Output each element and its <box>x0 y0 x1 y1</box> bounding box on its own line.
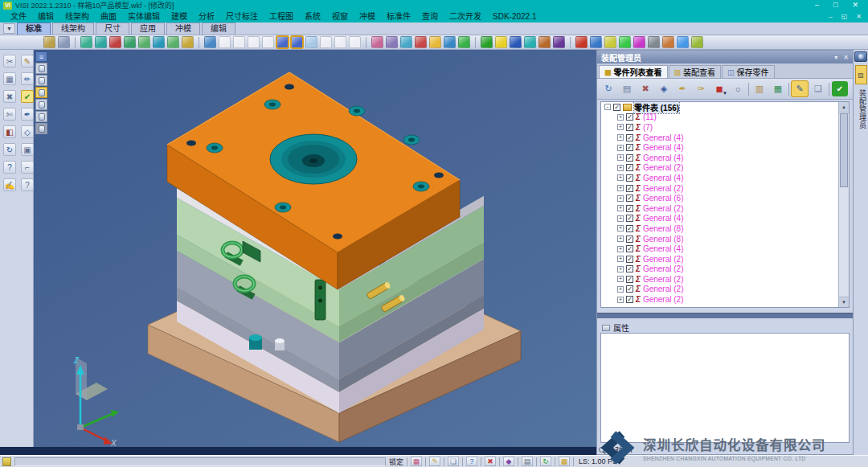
expand-icon[interactable]: + <box>617 154 624 161</box>
menu-item-3[interactable]: 曲面 <box>95 10 122 23</box>
checkbox[interactable]: ✓ <box>626 215 633 222</box>
key-search2-icon[interactable]: ✑ <box>693 81 709 96</box>
toolbar-icon-1[interactable] <box>58 36 70 48</box>
maximize-button[interactable]: □ <box>833 0 837 10</box>
menu-item-8[interactable]: 工程图 <box>264 10 299 23</box>
checkbox[interactable]: ✓ <box>626 276 633 283</box>
sheet-icon[interactable]: ❏ <box>448 457 459 466</box>
scroll-up-arrow[interactable]: ▲ <box>839 102 849 113</box>
toolbar-icon-22[interactable] <box>349 36 361 48</box>
tree-item-17[interactable]: +✓ΣGeneral (2) <box>601 285 849 295</box>
checkbox[interactable]: ✓ <box>613 104 620 111</box>
tree-item-16[interactable]: +✓ΣGeneral (2) <box>601 274 849 285</box>
menu-item-15[interactable]: SDK-2022.1 <box>487 10 542 23</box>
toolbar-icon-47[interactable] <box>691 36 703 48</box>
menu-item-14[interactable]: 二次开发 <box>444 10 487 23</box>
tree-item-0[interactable]: +✓Σ(11) <box>601 113 849 123</box>
expand-icon[interactable]: + <box>617 286 624 293</box>
toolbar-icon-18[interactable] <box>291 36 303 48</box>
table-icon[interactable]: ▦ <box>770 81 786 96</box>
film-icon[interactable]: ▤ <box>522 457 533 466</box>
toolbar-icon-37[interactable] <box>553 36 565 48</box>
toolbar-icon-6[interactable] <box>124 36 136 48</box>
toolbar-icon-43[interactable] <box>633 36 645 48</box>
tree-item-5[interactable]: +✓ΣGeneral (2) <box>601 163 849 174</box>
pen-icon[interactable]: ✎ <box>429 457 440 466</box>
expand-icon[interactable]: + <box>617 165 624 171</box>
menu-item-10[interactable]: 视窗 <box>326 10 354 23</box>
mdi-minimize-button[interactable]: – <box>829 13 832 20</box>
toolbar-icon-44[interactable] <box>648 36 660 48</box>
tree-root-row[interactable]: -✓零件表 (156) <box>601 102 849 113</box>
menu-item-9[interactable]: 系统 <box>299 10 326 23</box>
toolbar-icon-4[interactable] <box>95 36 107 48</box>
snap-grid-icon[interactable] <box>2 457 11 466</box>
tree-item-4[interactable]: +✓ΣGeneral (4) <box>601 153 849 163</box>
toolbar-icon-10[interactable] <box>182 36 194 48</box>
locating-ring[interactable] <box>270 134 357 184</box>
expand-icon[interactable]: + <box>617 185 624 191</box>
toolbar-icon-39[interactable] <box>575 36 588 48</box>
toolbar-icon-20[interactable] <box>320 36 332 48</box>
cube-icon[interactable]: ◆ <box>503 457 514 466</box>
minimize-button[interactable]: – <box>815 0 819 10</box>
expand-icon[interactable]: + <box>617 297 624 303</box>
mdi-close-button[interactable]: ✕ <box>856 13 862 20</box>
toolbar-icon-28[interactable] <box>429 36 441 48</box>
toolbar-icon-46[interactable] <box>677 36 689 48</box>
left-tool-icon-8[interactable]: ◧ <box>3 125 16 138</box>
expand-icon[interactable]: + <box>617 276 624 282</box>
toolbar-icon-25[interactable] <box>386 36 398 48</box>
parts-tree[interactable]: ▲ ▼ -✓零件表 (156)+✓Σ(11)+✓Σ(7)+✓ΣGeneral (… <box>600 101 850 308</box>
toolbar-icon-29[interactable] <box>444 36 456 48</box>
expand-icon[interactable]: + <box>617 236 624 242</box>
tree-item-3[interactable]: +✓ΣGeneral (4) <box>601 142 849 153</box>
panel-splitter[interactable] <box>597 313 853 318</box>
tree-item-6[interactable]: +✓ΣGeneral (4) <box>601 173 849 183</box>
expand-icon[interactable]: + <box>617 124 624 130</box>
toolbar-icon-16[interactable] <box>262 36 274 48</box>
left-tool-icon-13[interactable]: ⌐ <box>21 161 34 174</box>
tree-item-2[interactable]: +✓ΣGeneral (4) <box>601 133 849 143</box>
menu-item-7[interactable]: 尺寸标注 <box>220 10 264 23</box>
expand-icon[interactable]: + <box>617 134 624 141</box>
report-icon[interactable]: ▤ <box>619 81 635 96</box>
toolbar-icon-40[interactable] <box>590 36 602 48</box>
ribbon-tab-3[interactable]: 应用 <box>131 23 165 35</box>
toolbar-icon-5[interactable] <box>109 36 121 48</box>
toolbar-icon-14[interactable] <box>233 36 245 48</box>
checkbox[interactable]: ✓ <box>626 296 633 303</box>
toolbar-icon-3[interactable] <box>80 36 92 48</box>
tree-item-10[interactable]: +✓ΣGeneral (4) <box>601 214 849 224</box>
menu-item-2[interactable]: 线架构 <box>59 10 95 23</box>
menu-item-4[interactable]: 实体编辑 <box>122 10 166 23</box>
tree-item-12[interactable]: +✓ΣGeneral (8) <box>601 234 849 244</box>
checkbox[interactable]: ✓ <box>626 164 633 171</box>
ribbon-tab-5[interactable]: 编辑 <box>202 23 235 35</box>
toolbar-icon-30[interactable] <box>458 36 470 48</box>
properties-box[interactable] <box>600 333 850 443</box>
tree-item-7[interactable]: +✓ΣGeneral (2) <box>601 183 849 194</box>
toolbar-icon-19[interactable] <box>305 36 317 48</box>
toolbar-icon-33[interactable] <box>495 36 507 48</box>
checkbox[interactable]: ✓ <box>626 265 633 272</box>
toolbar-icon-13[interactable] <box>219 36 231 48</box>
expand-icon[interactable]: + <box>617 145 624 151</box>
panel-tab-0[interactable]: ▦零件列表查看 <box>599 65 668 78</box>
expand-icon[interactable]: + <box>617 114 624 121</box>
left-tool-icon-9[interactable]: ◇ <box>21 125 34 138</box>
tools-icon[interactable]: ✖ <box>485 457 496 466</box>
left-tool-icon-1[interactable]: ✎ <box>21 55 34 68</box>
menu-item-6[interactable]: 分析 <box>193 10 220 23</box>
toolbar-icon-26[interactable] <box>400 36 412 48</box>
solid-color-icon[interactable]: ◼▼ <box>711 81 727 96</box>
tree-item-1[interactable]: +✓Σ(7) <box>601 122 849 133</box>
menu-item-0[interactable]: 文件 <box>5 10 32 23</box>
left-tool-icon-6[interactable]: ✄ <box>3 108 16 121</box>
left-tool-icon-11[interactable]: ▣ <box>21 143 34 156</box>
checkbox[interactable]: ✓ <box>626 245 633 252</box>
toolbar-icon-27[interactable] <box>415 36 427 48</box>
checkbox[interactable]: ✓ <box>626 236 633 243</box>
menu-item-12[interactable]: 标准件 <box>381 10 416 23</box>
left-tool-icon-2[interactable]: ▦ <box>3 72 16 85</box>
